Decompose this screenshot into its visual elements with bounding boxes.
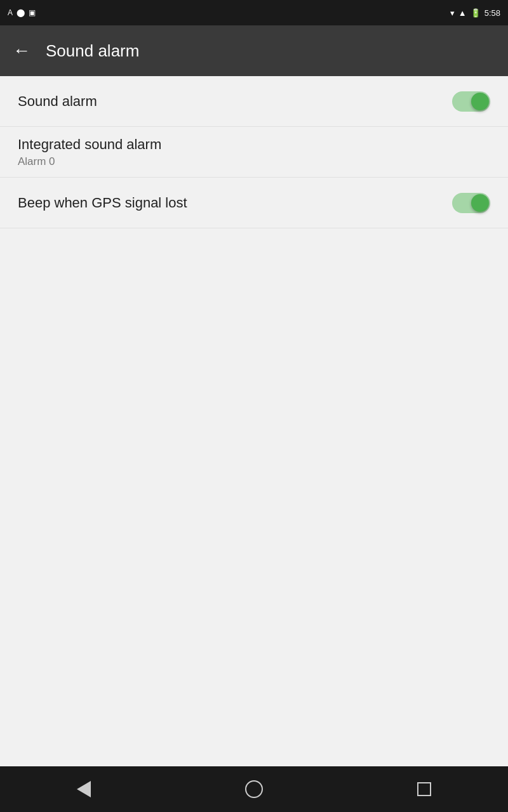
sound-alarm-toggle[interactable] <box>452 91 490 112</box>
keyboard-icon: A <box>8 8 13 17</box>
app-bar-title: Sound alarm <box>46 41 139 61</box>
circle-icon: ⬤ <box>17 8 25 17</box>
status-bar-left: A ⬤ ▣ <box>8 8 36 17</box>
sound-alarm-title: Sound alarm <box>18 93 97 110</box>
settings-content: Sound alarm Integrated sound alarm Alarm… <box>0 76 508 766</box>
status-bar-right: ▾ ▲ 🔋 5:58 <box>450 8 500 18</box>
clock: 5:58 <box>485 8 500 18</box>
status-bar: A ⬤ ▣ ▾ ▲ 🔋 5:58 <box>0 0 508 25</box>
battery-icon: 🔋 <box>471 8 481 18</box>
sim-icon: ▣ <box>29 8 36 17</box>
integrated-sound-alarm-subtitle: Alarm 0 <box>18 155 161 168</box>
signal-icon: ▾ <box>450 8 455 18</box>
nav-bar <box>0 766 508 812</box>
beep-gps-title: Beep when GPS signal lost <box>18 195 187 211</box>
sound-alarm-text: Sound alarm <box>18 93 97 110</box>
beep-gps-toggle[interactable] <box>452 193 490 213</box>
integrated-sound-alarm-row[interactable]: Integrated sound alarm Alarm 0 <box>0 127 508 178</box>
integrated-sound-alarm-title: Integrated sound alarm <box>18 136 161 153</box>
nav-back-button[interactable] <box>57 773 111 805</box>
app-bar: ← Sound alarm <box>0 25 508 76</box>
home-circle-icon <box>245 780 263 798</box>
beep-gps-text: Beep when GPS signal lost <box>18 195 187 211</box>
back-triangle-icon <box>77 781 91 797</box>
back-button[interactable]: ← <box>13 42 30 60</box>
wifi-icon: ▲ <box>458 8 467 18</box>
recent-square-icon <box>417 782 431 796</box>
sound-alarm-row: Sound alarm <box>0 76 508 127</box>
integrated-sound-alarm-text: Integrated sound alarm Alarm 0 <box>18 136 161 168</box>
beep-gps-row: Beep when GPS signal lost <box>0 178 508 228</box>
nav-recent-button[interactable] <box>397 775 451 804</box>
nav-home-button[interactable] <box>225 773 283 806</box>
